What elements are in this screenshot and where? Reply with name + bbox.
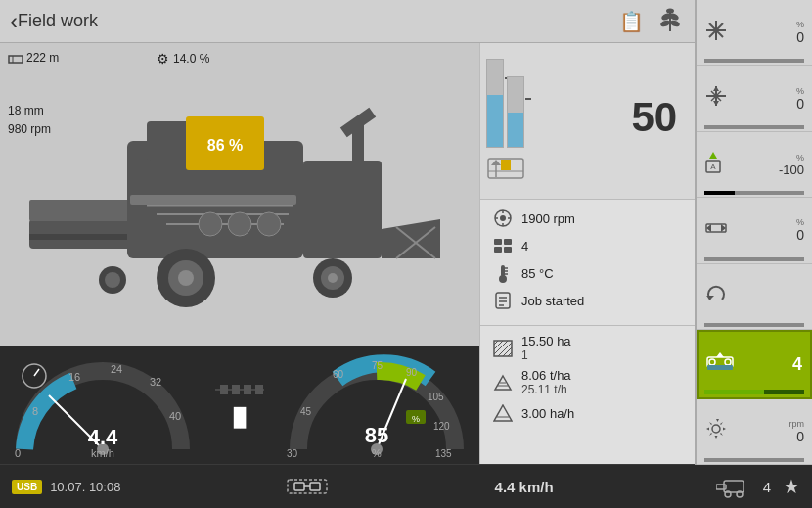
svg-text:30: 30 [287, 448, 298, 459]
svg-rect-52 [255, 385, 263, 394]
svg-text:8: 8 [32, 405, 38, 417]
usb-indicator: USB [12, 480, 42, 494]
svg-rect-123 [707, 365, 733, 370]
right-icon-4 [704, 282, 728, 310]
svg-text:45: 45 [300, 406, 312, 417]
svg-text:135: 135 [435, 448, 452, 459]
yield-icon [492, 372, 514, 393]
svg-text:0: 0 [15, 447, 21, 459]
svg-rect-69 [501, 160, 511, 170]
main-combine-area: 222 m ⚙ 14.0 % 18 mm 980 rpm 14 mm 7 mm … [0, 43, 479, 464]
svg-text:85: 85 [365, 423, 388, 447]
svg-point-121 [709, 359, 715, 365]
center-icon[interactable] [283, 472, 332, 501]
svg-rect-15 [303, 161, 382, 258]
mid-panel-bottom-stats: 15.50 ha 1 8.06 t/ha 25.11 t/h [480, 325, 714, 438]
svg-text:km/h: km/h [91, 447, 114, 459]
svg-marker-114 [709, 152, 717, 159]
stat-area: 15.50 ha 1 [492, 334, 702, 362]
temp-icon [492, 262, 514, 284]
bottom-count: 4 [763, 479, 771, 495]
header-icons: 📋 [619, 4, 685, 38]
right-item-2[interactable]: A % -100 [697, 132, 812, 198]
svg-point-32 [257, 212, 281, 236]
job-icon [492, 290, 514, 311]
datetime-display: 10.07. 10:08 [50, 480, 120, 494]
right-icon-5 [706, 351, 734, 378]
svg-rect-78 [494, 239, 502, 245]
stat-yield: 8.06 t/ha 25.11 t/h [492, 368, 702, 396]
svg-line-93 [494, 341, 503, 349]
svg-line-96 [503, 347, 512, 356]
svg-text:40: 40 [169, 410, 181, 422]
svg-rect-49 [220, 385, 228, 394]
right-value-6: 0 [789, 429, 805, 444]
svg-rect-91 [494, 341, 512, 356]
page-title: Field work [18, 11, 619, 31]
svg-text:120: 120 [433, 421, 450, 432]
back-button[interactable]: ‹ [10, 8, 18, 35]
bottom-right: 4 ★ [716, 475, 800, 498]
star-icon[interactable]: ★ [783, 475, 800, 498]
svg-rect-6 [9, 56, 23, 63]
grain-icon[interactable] [655, 4, 685, 38]
svg-point-122 [725, 359, 731, 365]
clipboard-icon[interactable]: 📋 [619, 10, 644, 33]
svg-text:105: 105 [428, 392, 444, 402]
right-item-0[interactable]: % 0 [697, 0, 812, 66]
stat-gear: 4 [492, 235, 702, 256]
svg-marker-124 [716, 352, 724, 357]
rate-icon [492, 402, 514, 424]
right-icon-6 [704, 417, 728, 445]
svg-marker-112 [713, 101, 719, 106]
right-unit-2: % [779, 153, 804, 162]
gauges-area: 0 8 16 24 32 40 4.4 km/h [0, 346, 479, 464]
engine-icon [492, 208, 514, 229]
svg-marker-119 [706, 296, 714, 300]
svg-rect-35 [130, 195, 296, 205]
right-item-5[interactable]: 4 [697, 330, 812, 398]
stat-temp: 85 °C [492, 262, 702, 284]
svg-point-21 [178, 270, 194, 286]
svg-point-125 [712, 425, 720, 433]
right-unit-1: % [796, 86, 804, 96]
svg-rect-79 [504, 239, 512, 245]
svg-marker-101 [494, 405, 512, 421]
svg-rect-130 [724, 481, 744, 492]
right-icon-1 [704, 84, 728, 113]
svg-text:86 %: 86 % [207, 137, 243, 154]
svg-text:24: 24 [111, 363, 122, 375]
stat-rate: 3.00 ha/h [492, 402, 702, 424]
svg-text:32: 32 [150, 376, 161, 388]
stat-rpm: 1900 rpm [492, 208, 702, 229]
right-item-4[interactable] [697, 264, 812, 330]
svg-text:60: 60 [333, 369, 344, 380]
svg-rect-50 [232, 385, 240, 394]
svg-rect-81 [504, 247, 512, 253]
bottom-center[interactable] [283, 472, 332, 501]
svg-point-83 [499, 275, 507, 283]
right-value-1: 0 [796, 96, 804, 112]
right-item-1[interactable]: % 0 [697, 66, 812, 131]
svg-point-73 [500, 215, 506, 221]
combine-svg: 86 % [29, 63, 450, 337]
svg-text:%: % [412, 414, 420, 424]
svg-rect-16 [352, 121, 364, 219]
right-value-5: 4 [792, 354, 802, 375]
svg-text:A: A [710, 162, 716, 171]
right-value-2: -100 [779, 162, 804, 177]
right-item-6[interactable]: rpm 0 [697, 399, 812, 465]
area-icon [492, 338, 514, 359]
svg-text:75: 75 [372, 360, 383, 371]
right-item-3[interactable]: % 0 [697, 198, 812, 263]
bottom-speed: 4.4 km/h [495, 479, 554, 495]
right-icon-0 [704, 19, 728, 47]
svg-point-26 [105, 272, 120, 288]
svg-text:%: % [372, 447, 382, 459]
right-panel: % 0 % 0 A % -100 [695, 0, 812, 465]
mid-panel-top: 50 [480, 43, 714, 200]
big-number: 50 [631, 94, 677, 141]
harvester-icon[interactable] [716, 475, 751, 498]
svg-rect-51 [244, 385, 251, 394]
right-icon-3 [704, 216, 728, 245]
